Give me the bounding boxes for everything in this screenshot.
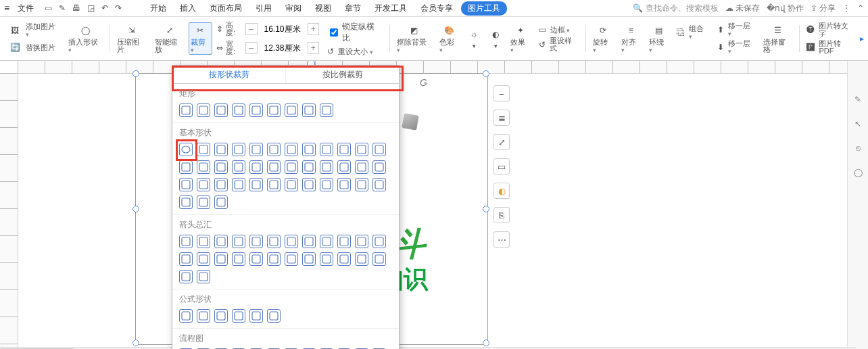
rect-shape-8[interactable] xyxy=(320,103,333,117)
width-minus[interactable]: – xyxy=(245,42,258,54)
pic2pdf-button[interactable]: 🅿图片转PDF xyxy=(806,40,856,55)
basic-shape-11[interactable] xyxy=(372,143,386,156)
basic-shape-14[interactable] xyxy=(214,160,228,174)
rect-shape-2[interactable] xyxy=(214,103,228,117)
arrow-shape-10[interactable] xyxy=(355,235,368,248)
formula-shape-2[interactable] xyxy=(214,309,228,323)
wrap-button[interactable]: ▤环绕 xyxy=(645,24,673,53)
float-crop-button[interactable]: ▭ xyxy=(493,158,510,174)
rect-shape-0[interactable] xyxy=(179,103,193,117)
command-search[interactable]: 🔍 查找命令、搜索模板 xyxy=(633,3,719,14)
basic-shape-31[interactable] xyxy=(302,178,316,191)
arrow-shape-0[interactable] xyxy=(179,235,193,248)
tab-dev[interactable]: 开发工具 xyxy=(369,1,412,16)
basic-shape-16[interactable] xyxy=(249,160,263,174)
contrast-button[interactable]: ◐▾ xyxy=(485,28,506,49)
basic-shape-37[interactable] xyxy=(197,195,210,209)
reset-size-button[interactable]: ↺重设大小 xyxy=(327,47,373,56)
qat-new-icon[interactable]: ▭ xyxy=(45,3,52,13)
selection-pane-button[interactable]: ☰选择窗格 xyxy=(759,24,797,53)
tab-review[interactable]: 审阅 xyxy=(280,1,307,16)
basic-shape-22[interactable] xyxy=(355,160,368,174)
arrow-shape-4[interactable] xyxy=(249,235,263,248)
color-button[interactable]: 🎨色彩 xyxy=(435,24,463,53)
basic-shape-33[interactable] xyxy=(337,178,351,191)
menu-file[interactable]: 文件 xyxy=(12,1,39,16)
rect-shape-5[interactable] xyxy=(267,103,281,117)
basic-shape-32[interactable] xyxy=(320,178,333,191)
tab-crop-by-ratio[interactable]: 按比例裁剪 xyxy=(285,66,399,83)
basic-shape-21[interactable] xyxy=(337,160,351,174)
lock-ratio-checkbox[interactable]: 锁定纵横比 xyxy=(327,21,383,44)
arrow-shape-20[interactable] xyxy=(320,252,333,266)
basic-shape-36[interactable] xyxy=(179,195,193,209)
tab-chapter[interactable]: 章节 xyxy=(339,1,366,16)
float-collapse-button[interactable]: – xyxy=(493,85,510,101)
basic-shape-34[interactable] xyxy=(355,178,368,191)
basic-shape-18[interactable] xyxy=(285,160,298,174)
basic-shape-38[interactable] xyxy=(214,195,228,209)
basic-shape-26[interactable] xyxy=(214,178,228,191)
width-input[interactable] xyxy=(260,43,305,53)
side-settings-icon[interactable]: ⎋ xyxy=(856,143,861,153)
tab-pic-tools[interactable]: 图片工具 xyxy=(461,1,507,16)
basic-shape-8[interactable] xyxy=(320,143,333,156)
chevron-up-icon[interactable]: ⌃ xyxy=(857,3,864,13)
tab-vip[interactable]: 会员专享 xyxy=(415,1,458,16)
basic-shape-12[interactable] xyxy=(179,160,193,174)
float-layout-button[interactable]: ≣ xyxy=(493,110,510,126)
arrow-shape-15[interactable] xyxy=(232,252,245,266)
tab-crop-by-shape[interactable]: 按形状裁剪 xyxy=(172,66,285,83)
formula-shape-0[interactable] xyxy=(179,309,193,323)
rect-shape-1[interactable] xyxy=(197,103,210,117)
basic-shape-9[interactable] xyxy=(337,143,351,156)
arrow-shape-11[interactable] xyxy=(372,235,386,248)
effect-button[interactable]: ✦效果 xyxy=(506,24,534,53)
basic-shape-35[interactable] xyxy=(372,178,386,191)
lock-ratio-input[interactable] xyxy=(330,28,338,37)
arrow-shape-23[interactable] xyxy=(372,252,386,266)
pic2text-button[interactable]: 🅣图片转文字 xyxy=(806,22,856,37)
border-button[interactable]: ▭边框 xyxy=(539,25,571,34)
basic-shape-0[interactable] xyxy=(179,143,193,156)
side-select-icon[interactable]: ↖ xyxy=(854,119,861,129)
send-backward-button[interactable]: ⬇移一层 xyxy=(717,40,755,55)
basic-shape-25[interactable] xyxy=(197,178,210,191)
basic-shape-7[interactable] xyxy=(302,143,316,156)
qat-undo-icon[interactable]: ↶ xyxy=(101,3,108,13)
arrow-shape-5[interactable] xyxy=(267,235,281,248)
add-pic-button[interactable]: 🖼添加图片 xyxy=(8,23,60,38)
basic-shape-5[interactable] xyxy=(267,143,281,156)
tab-view[interactable]: 视图 xyxy=(310,1,337,16)
basic-shape-20[interactable] xyxy=(320,160,333,174)
arrow-shape-2[interactable] xyxy=(214,235,228,248)
qat-open-icon[interactable]: ✎ xyxy=(59,3,66,13)
rect-shape-7[interactable] xyxy=(302,103,316,117)
formula-shape-4[interactable] xyxy=(249,309,263,323)
formula-shape-5[interactable] xyxy=(267,309,281,323)
basic-shape-19[interactable] xyxy=(302,160,316,174)
basic-shape-27[interactable] xyxy=(232,178,245,191)
arrow-shape-7[interactable] xyxy=(302,235,316,248)
arrow-shape-6[interactable] xyxy=(285,235,298,248)
basic-shape-29[interactable] xyxy=(267,178,281,191)
hamburger-icon[interactable]: ≡ xyxy=(4,3,9,14)
basic-shape-30[interactable] xyxy=(285,178,298,191)
arrow-shape-9[interactable] xyxy=(337,235,351,248)
basic-shape-13[interactable] xyxy=(197,160,210,174)
rotate-button[interactable]: ⟳旋转 xyxy=(589,24,617,53)
basic-shape-28[interactable] xyxy=(249,178,263,191)
qat-preview-icon[interactable]: ◲ xyxy=(87,3,95,13)
arrow-shape-13[interactable] xyxy=(197,252,210,266)
basic-shape-1[interactable] xyxy=(197,143,210,156)
arrow-shape-19[interactable] xyxy=(302,252,316,266)
float-zoom-button[interactable]: ⤢ xyxy=(493,134,510,150)
height-input[interactable] xyxy=(260,24,305,34)
qat-print-icon[interactable]: 🖶 xyxy=(72,3,80,13)
rect-shape-3[interactable] xyxy=(232,103,245,117)
arrow-shape-21[interactable] xyxy=(337,252,351,266)
basic-shape-23[interactable] xyxy=(372,160,386,174)
qat-redo-icon[interactable]: ↷ xyxy=(115,3,122,13)
basic-shape-3[interactable] xyxy=(232,143,245,156)
rect-shape-6[interactable] xyxy=(285,103,298,117)
